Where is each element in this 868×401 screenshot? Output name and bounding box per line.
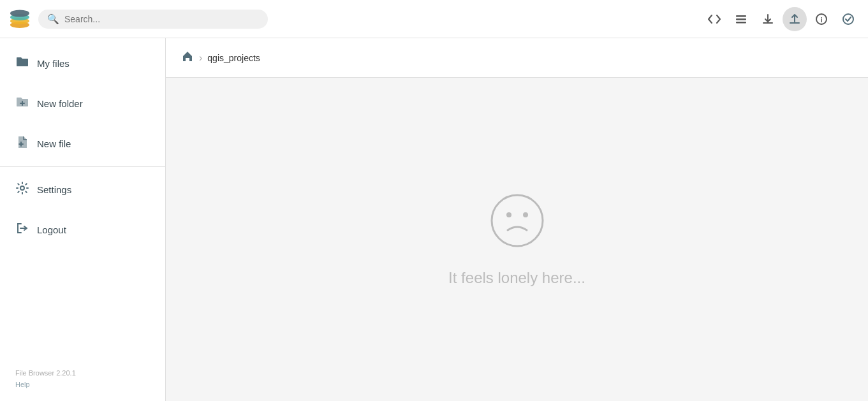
list-button[interactable]: [729, 7, 753, 31]
upload-icon: [788, 13, 801, 26]
svg-point-17: [506, 212, 511, 217]
sidebar-new-file-label: New file: [37, 138, 71, 149]
empty-state: It feels lonely here...: [166, 78, 868, 401]
svg-point-14: [20, 186, 24, 190]
settings-icon: [15, 181, 29, 198]
breadcrumb-separator: ›: [199, 52, 202, 64]
upload-button[interactable]: [783, 7, 807, 31]
search-bar[interactable]: 🔍: [38, 10, 268, 29]
sidebar-item-new-file[interactable]: New file: [0, 124, 165, 164]
code-icon: [708, 13, 721, 26]
new-file-icon: [15, 135, 29, 152]
empty-state-message: It feels lonely here...: [448, 269, 585, 287]
svg-point-16: [492, 195, 543, 246]
checkmark-icon: [842, 13, 855, 26]
svg-point-3: [10, 10, 29, 17]
sidebar-divider: [0, 166, 165, 167]
sidebar-new-folder-label: New folder: [37, 98, 83, 109]
breadcrumb: › qgis_projects: [166, 38, 868, 78]
breadcrumb-current-path: qgis_projects: [207, 53, 260, 63]
download-icon: [761, 13, 774, 26]
svg-point-9: [843, 14, 853, 24]
sidebar-item-settings[interactable]: Settings: [0, 170, 165, 210]
search-input[interactable]: [64, 14, 259, 24]
header: 🔍: [0, 0, 868, 38]
svg-rect-6: [736, 22, 746, 24]
logout-icon: [15, 221, 29, 238]
download-button[interactable]: [756, 7, 780, 31]
check-button[interactable]: [836, 7, 860, 31]
breadcrumb-home-icon[interactable]: [181, 50, 194, 66]
sidebar-settings-label: Settings: [37, 184, 71, 195]
version-text: File Browser 2.20.1: [15, 367, 150, 379]
svg-rect-5: [736, 18, 746, 20]
info-button[interactable]: i: [809, 7, 834, 31]
search-icon: 🔍: [47, 13, 59, 25]
sidebar-logout-label: Logout: [37, 224, 66, 235]
sidebar-item-logout[interactable]: Logout: [0, 210, 165, 250]
new-folder-icon: [15, 95, 29, 112]
app-logo: [8, 7, 32, 31]
code-button[interactable]: [702, 7, 726, 31]
sidebar-footer: File Browser 2.20.1 Help: [0, 357, 165, 401]
list-icon: [735, 13, 747, 26]
help-link[interactable]: Help: [15, 381, 30, 388]
svg-rect-4: [736, 15, 746, 17]
header-actions: i: [702, 7, 860, 31]
folder-icon: [15, 55, 29, 72]
app-body: My files New folder New fil: [0, 38, 868, 401]
sidebar-item-my-files[interactable]: My files: [0, 43, 165, 84]
svg-text:i: i: [820, 16, 822, 24]
svg-point-18: [523, 212, 528, 217]
info-icon: i: [815, 13, 828, 26]
empty-face-icon: [489, 192, 546, 256]
sidebar-my-files-label: My files: [37, 58, 70, 69]
sidebar-item-new-folder[interactable]: New folder: [0, 84, 165, 124]
sidebar: My files New folder New fil: [0, 38, 166, 401]
main-content: › qgis_projects It feels lonely here...: [166, 38, 868, 401]
